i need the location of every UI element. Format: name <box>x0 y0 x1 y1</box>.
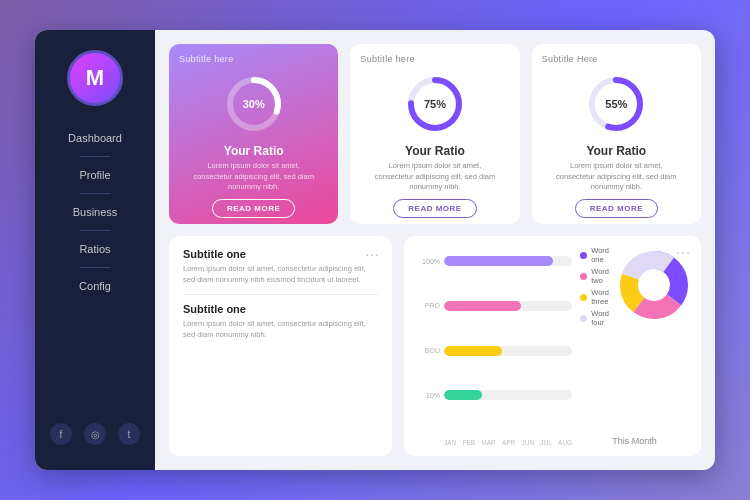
pie-section: Word one Word two Word three <box>580 246 689 446</box>
bar-fill-2 <box>444 301 521 311</box>
bar-track-2 <box>444 301 572 311</box>
chart-card-menu[interactable]: ··· <box>676 244 691 260</box>
ratio-card-1: Subtitle here 30% Your Ratio Lorem ipsum… <box>169 44 338 224</box>
nav-divider-3 <box>80 230 110 231</box>
twitter-icon[interactable]: t <box>118 423 140 445</box>
x-labels: JAN FEB MAR APR JUN JUL AUG <box>416 439 572 446</box>
bar-track-1 <box>444 256 572 266</box>
legend-dot-1 <box>580 252 587 259</box>
subtitle-1-text: Lorem ipsum dolor sit amet, consectetur … <box>183 263 378 286</box>
subtitle-2-text: Lorem ipsum dolor sit amet, consectetur … <box>183 318 378 341</box>
donut-3: 55% <box>584 72 648 136</box>
donut-1: 30% <box>222 72 286 136</box>
subtitle-divider <box>183 294 378 295</box>
sidebar-item-profile[interactable]: Profile <box>35 161 155 189</box>
sidebar-item-dashboard[interactable]: Dashboard <box>35 124 155 152</box>
donut-2-label: 75% <box>424 98 446 110</box>
card-1-title: Your Ratio <box>224 144 284 158</box>
card-2-desc: Lorem ipsum dolor sit amet, consectetur … <box>370 161 500 193</box>
legend-dot-4 <box>580 315 587 322</box>
card-2-read-more[interactable]: READ MORE <box>393 199 476 218</box>
bar-fill-4 <box>444 390 482 400</box>
bar-row-2: PRO <box>416 301 572 311</box>
bar-label-2: PRO <box>416 302 440 309</box>
card-3-desc: Lorem ipsum dolor sit amet, consectetur … <box>551 161 681 193</box>
legend-item-1: Word one <box>580 246 609 264</box>
subtitle-2-title: Subtitle one <box>183 303 378 315</box>
card-1-subtitle: Subtitle here <box>179 54 233 64</box>
bar-fill-3 <box>444 346 502 356</box>
card-2-subtitle: Subtitle here <box>360 54 414 64</box>
subtitle-1-title: Subtitle one <box>183 248 378 260</box>
facebook-icon[interactable]: f <box>50 423 72 445</box>
subtitle-block-2: Subtitle one Lorem ipsum dolor sit amet,… <box>183 303 378 341</box>
pie-label: This Month <box>612 436 657 446</box>
card-1-read-more[interactable]: READ MORE <box>212 199 295 218</box>
bar-row-4: 10% <box>416 390 572 400</box>
instagram-icon[interactable]: ◎ <box>84 423 106 445</box>
sidebar: M Dashboard Profile Business Ratios Conf… <box>35 30 155 470</box>
main-content: Subtitle here 30% Your Ratio Lorem ipsum… <box>155 30 715 470</box>
bar-row-1: 100% <box>416 256 572 266</box>
bar-row-3: BOU <box>416 346 572 356</box>
legend-item-2: Word two <box>580 267 609 285</box>
bar-label-4: 10% <box>416 392 440 399</box>
avatar: M <box>67 50 123 106</box>
card-3-subtitle: Subtitle Here <box>542 54 598 64</box>
subtitle-block-1: Subtitle one Lorem ipsum dolor sit amet,… <box>183 248 378 286</box>
social-links: f ◎ t <box>50 413 140 455</box>
bottom-row: ··· Subtitle one Lorem ipsum dolor sit a… <box>169 236 701 456</box>
card-3-title: Your Ratio <box>586 144 646 158</box>
nav-divider-2 <box>80 193 110 194</box>
card-3-read-more[interactable]: READ MORE <box>575 199 658 218</box>
subtitle-card-menu[interactable]: ··· <box>365 246 380 262</box>
legend-item-4: Word four <box>580 309 609 327</box>
donut-1-label: 30% <box>243 98 265 110</box>
ratio-card-3: Subtitle Here 55% Your Ratio Lorem ipsum… <box>532 44 701 224</box>
bar-track-4 <box>444 390 572 400</box>
pie-legend: Word one Word two Word three <box>580 246 609 327</box>
card-2-title: Your Ratio <box>405 144 465 158</box>
pie-chart <box>619 250 689 324</box>
bar-track-3 <box>444 346 572 356</box>
legend-dot-3 <box>580 294 587 301</box>
legend-item-3: Word three <box>580 288 609 306</box>
pie-row: Word one Word two Word three <box>580 246 689 327</box>
ratio-card-2: Subtitle here 75% Your Ratio Lorem ipsum… <box>350 44 519 224</box>
sidebar-item-ratios[interactable]: Ratios <box>35 235 155 263</box>
sidebar-item-business[interactable]: Business <box>35 198 155 226</box>
bar-fill-1 <box>444 256 553 266</box>
chart-card: ··· 100% PRO <box>404 236 701 456</box>
bar-label-1: 100% <box>416 258 440 265</box>
sidebar-item-config[interactable]: Config <box>35 272 155 300</box>
ratio-cards-row: Subtitle here 30% Your Ratio Lorem ipsum… <box>169 44 701 224</box>
dashboard-container: M Dashboard Profile Business Ratios Conf… <box>35 30 715 470</box>
donut-2: 75% <box>403 72 467 136</box>
nav-divider-1 <box>80 156 110 157</box>
chart-area: 100% PRO BOU <box>416 246 689 446</box>
subtitle-card: ··· Subtitle one Lorem ipsum dolor sit a… <box>169 236 392 456</box>
legend-dot-2 <box>580 273 587 280</box>
nav-divider-4 <box>80 267 110 268</box>
bar-label-3: BOU <box>416 347 440 354</box>
donut-3-label: 55% <box>605 98 627 110</box>
card-1-desc: Lorem ipsum dolor sit amet, consectetur … <box>189 161 319 193</box>
